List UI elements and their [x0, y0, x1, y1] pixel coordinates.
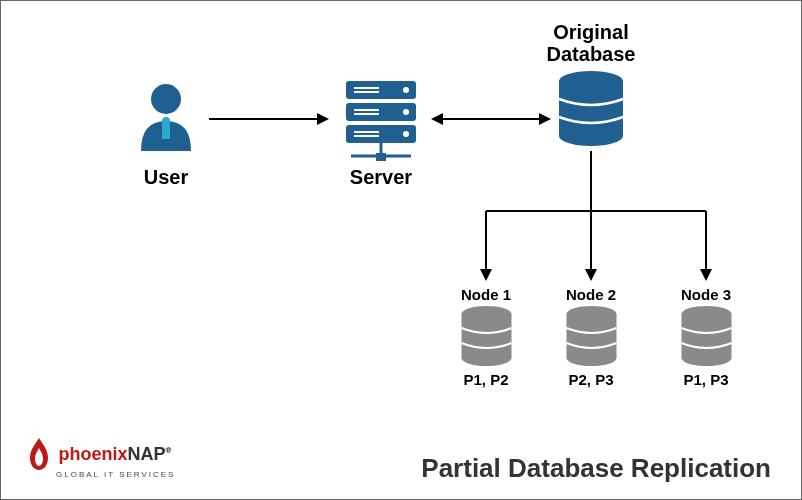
- node-1-name: Node 1: [456, 286, 516, 303]
- svg-point-8: [403, 131, 409, 137]
- flame-icon: [26, 438, 52, 470]
- svg-marker-29: [480, 269, 492, 281]
- svg-point-39: [567, 350, 617, 366]
- node-2-db-icon: [564, 306, 619, 366]
- node-3-db-icon: [679, 306, 734, 366]
- svg-marker-31: [585, 269, 597, 281]
- svg-rect-17: [376, 153, 386, 161]
- svg-point-2: [162, 117, 170, 125]
- svg-point-6: [403, 87, 409, 93]
- svg-point-7: [403, 109, 409, 115]
- node-1-parts: P1, P2: [456, 371, 516, 388]
- node-2-parts: P2, P3: [561, 371, 621, 388]
- svg-point-20: [559, 126, 623, 146]
- node-3-name: Node 3: [676, 286, 736, 303]
- diagram-canvas: User Server Original Database: [0, 0, 802, 500]
- logo-tagline: GLOBAL IT SERVICES: [56, 470, 175, 479]
- branch-arrows: [461, 151, 741, 291]
- server-icon: [336, 81, 426, 166]
- svg-marker-23: [431, 113, 443, 125]
- node-3-parts: P1, P3: [676, 371, 736, 388]
- database-icon: [556, 71, 626, 146]
- svg-point-42: [682, 350, 732, 366]
- svg-rect-10: [354, 91, 379, 93]
- arrow-user-server: [209, 109, 329, 129]
- original-db-label-line1: Original: [553, 21, 629, 43]
- svg-marker-22: [317, 113, 329, 125]
- original-db-label: Original Database: [536, 21, 646, 65]
- logo-brand-pre: phoenix: [58, 444, 127, 464]
- svg-rect-13: [354, 131, 379, 133]
- svg-point-0: [151, 84, 181, 114]
- node-2-name: Node 2: [561, 286, 621, 303]
- svg-marker-33: [700, 269, 712, 281]
- logo: phoenixNAP® GLOBAL IT SERVICES: [26, 438, 175, 479]
- arrow-server-db: [431, 109, 551, 129]
- svg-point-36: [462, 350, 512, 366]
- logo-brand-post: NAP: [127, 444, 165, 464]
- svg-rect-12: [354, 113, 379, 115]
- svg-rect-9: [354, 87, 379, 89]
- svg-rect-11: [354, 109, 379, 111]
- original-db-label-line2: Database: [547, 43, 636, 65]
- svg-marker-25: [539, 113, 551, 125]
- diagram-caption: Partial Database Replication: [421, 453, 771, 484]
- svg-rect-14: [354, 135, 379, 137]
- user-label: User: [131, 166, 201, 189]
- node-1-db-icon: [459, 306, 514, 366]
- user-icon: [131, 81, 201, 161]
- server-label: Server: [336, 166, 426, 189]
